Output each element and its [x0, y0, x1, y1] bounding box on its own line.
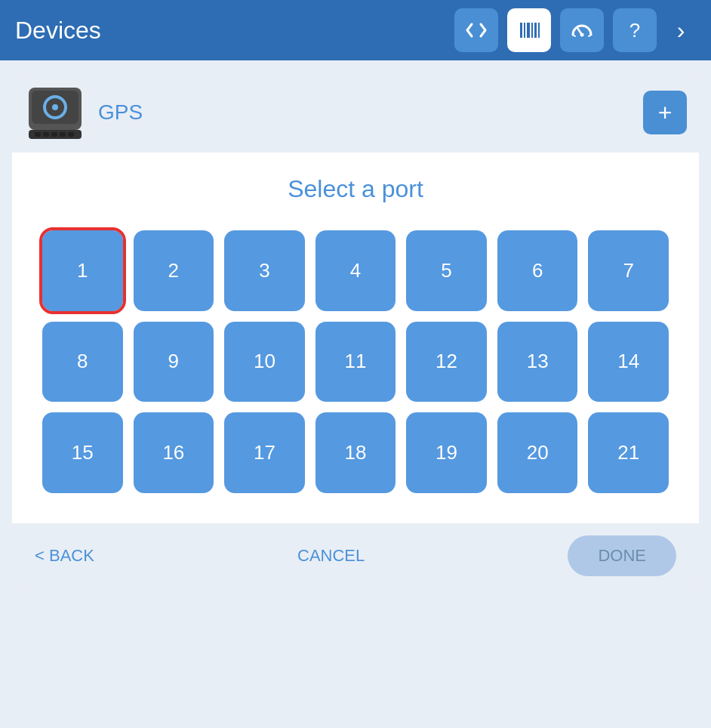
- next-chevron[interactable]: ›: [666, 8, 696, 52]
- port-button-2[interactable]: 2: [134, 230, 214, 311]
- port-button-18[interactable]: 18: [315, 412, 396, 493]
- port-button-19[interactable]: 19: [406, 412, 487, 493]
- port-button-6[interactable]: 6: [497, 230, 578, 311]
- port-button-20[interactable]: 20: [497, 412, 578, 493]
- help-button[interactable]: ?: [613, 8, 657, 52]
- gps-device-icon: [24, 82, 86, 143]
- svg-rect-18: [60, 132, 66, 137]
- chevron-right-icon: ›: [677, 17, 685, 45]
- port-button-5[interactable]: 5: [406, 230, 487, 311]
- svg-rect-2: [527, 23, 530, 38]
- port-button-15[interactable]: 15: [42, 412, 123, 493]
- port-button-21[interactable]: 21: [588, 412, 669, 493]
- page-title: Devices: [15, 17, 445, 45]
- svg-line-8: [573, 35, 575, 36]
- port-section: Select a port 12345678910111213141516171…: [12, 153, 699, 523]
- port-button-3[interactable]: 3: [224, 230, 305, 311]
- port-button-17[interactable]: 17: [224, 412, 305, 493]
- svg-rect-4: [534, 23, 537, 38]
- port-button-8[interactable]: 8: [42, 322, 123, 403]
- port-button-4[interactable]: 4: [315, 230, 396, 311]
- svg-rect-19: [68, 132, 74, 137]
- add-icon: +: [658, 99, 673, 127]
- done-button[interactable]: DONE: [568, 535, 676, 576]
- port-button-16[interactable]: 16: [134, 412, 214, 493]
- back-button[interactable]: < BACK: [35, 546, 94, 566]
- gauge-button[interactable]: [560, 8, 604, 52]
- svg-line-9: [589, 35, 591, 36]
- svg-rect-15: [35, 132, 41, 137]
- footer: < BACK CANCEL DONE: [12, 523, 699, 588]
- svg-point-13: [52, 104, 58, 110]
- code-icon: [466, 20, 487, 41]
- port-button-12[interactable]: 12: [406, 322, 487, 403]
- port-title: Select a port: [42, 175, 669, 203]
- svg-point-7: [580, 33, 584, 37]
- port-button-11[interactable]: 11: [315, 322, 396, 403]
- port-button-9[interactable]: 9: [134, 322, 214, 403]
- cancel-button[interactable]: CANCEL: [297, 546, 365, 566]
- main-card: GPS + Select a port 12345678910111213141…: [12, 72, 699, 588]
- svg-rect-0: [520, 23, 522, 38]
- code-button[interactable]: [454, 8, 498, 52]
- svg-rect-1: [524, 23, 525, 38]
- svg-rect-3: [531, 23, 533, 38]
- port-button-14[interactable]: 14: [588, 322, 669, 403]
- gps-label: GPS: [98, 100, 631, 125]
- barcode-button[interactable]: [507, 8, 551, 52]
- svg-rect-5: [538, 23, 540, 38]
- port-button-13[interactable]: 13: [497, 322, 578, 403]
- svg-rect-17: [51, 132, 57, 137]
- port-button-7[interactable]: 7: [588, 230, 669, 311]
- port-button-1[interactable]: 1: [42, 230, 123, 311]
- help-icon: ?: [629, 19, 640, 42]
- svg-rect-16: [43, 132, 49, 137]
- port-button-10[interactable]: 10: [224, 322, 305, 403]
- port-grid: 123456789101112131415161718192021: [42, 230, 669, 493]
- header: Devices ? ›: [0, 0, 711, 60]
- barcode-icon: [519, 20, 540, 41]
- gps-header: GPS +: [12, 72, 699, 153]
- add-button[interactable]: +: [643, 91, 687, 134]
- gauge-icon: [571, 20, 593, 41]
